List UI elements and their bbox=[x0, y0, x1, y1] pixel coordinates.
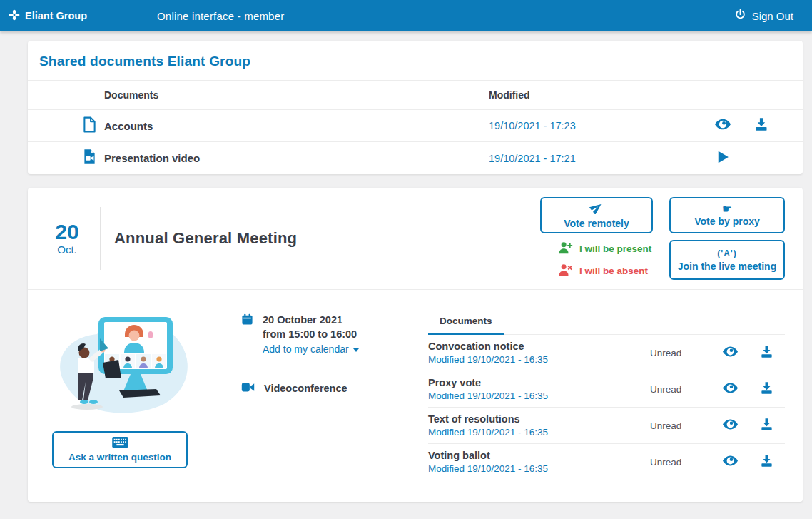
join-live-meeting-button[interactable]: ('A') Join the live meeting bbox=[669, 240, 785, 280]
document-name: Accounts bbox=[104, 120, 489, 132]
date-time-detail: 20 October 2021 from 15:00 to 16:00 Add … bbox=[241, 313, 428, 355]
meeting-left-column: Ask a written question bbox=[46, 307, 219, 480]
person-plus-icon bbox=[558, 241, 573, 257]
meeting-date-text: 20 October 2021 bbox=[263, 313, 359, 327]
meeting-time-text: from 15:00 to 16:00 bbox=[263, 327, 359, 341]
meeting-date-badge: 20 Oct. bbox=[48, 221, 86, 256]
document-modified-date: 19/10/2021 - 17:21 bbox=[489, 153, 705, 164]
view-document-button[interactable] bbox=[705, 110, 741, 141]
videoconference-detail: Videoconference bbox=[241, 381, 428, 395]
chevron-down-icon bbox=[353, 348, 359, 352]
person-x-icon bbox=[558, 263, 573, 279]
clover-logo-icon bbox=[9, 9, 20, 23]
status-badge: Unread bbox=[650, 420, 713, 431]
list-item: Voting ballot Modified 19/10/2021 - 16:3… bbox=[428, 444, 785, 480]
table-row: Accounts 19/10/2021 - 17:23 bbox=[28, 110, 803, 142]
meeting-document-name: Proxy vote bbox=[428, 377, 650, 388]
column-header-modified: Modified bbox=[489, 89, 705, 101]
status-badge: Unread bbox=[650, 384, 713, 395]
meeting-mode-label: Videoconference bbox=[264, 381, 347, 395]
meeting-card-body: Ask a written question 20 October 2021 f… bbox=[28, 290, 803, 480]
page-title: Online interface - member bbox=[157, 10, 284, 22]
column-header-documents: Documents bbox=[104, 89, 489, 101]
list-item: Convocation notice Modified 19/10/2021 -… bbox=[428, 335, 785, 371]
eye-icon bbox=[723, 455, 738, 469]
view-document-button[interactable] bbox=[713, 444, 748, 480]
video-camera-icon bbox=[241, 381, 255, 395]
meeting-card: 20 Oct. Annual General Meeting Vote remo… bbox=[28, 188, 803, 502]
vote-remotely-label: Vote remotely bbox=[564, 218, 629, 229]
vote-by-proxy-label: Vote by proxy bbox=[694, 216, 760, 227]
download-icon bbox=[760, 345, 773, 361]
meeting-document-modified: Modified 19/10/2021 - 16:35 bbox=[428, 463, 650, 474]
download-document-button[interactable] bbox=[741, 110, 781, 141]
meeting-title: Annual General Meeting bbox=[114, 229, 297, 248]
live-broadcast-icon: ('A') bbox=[717, 248, 736, 259]
vertical-divider bbox=[100, 207, 101, 270]
meeting-document-name: Convocation notice bbox=[428, 341, 650, 352]
download-icon bbox=[760, 381, 773, 398]
ask-written-question-button[interactable]: Ask a written question bbox=[52, 431, 188, 468]
vote-remotely-button[interactable]: Vote remotely bbox=[540, 197, 653, 233]
meeting-day: 20 bbox=[48, 221, 86, 243]
add-to-calendar-label: Add to my calendar bbox=[263, 343, 349, 355]
document-modified-date: 19/10/2021 - 17:23 bbox=[489, 120, 705, 131]
eye-icon bbox=[723, 419, 738, 433]
list-item: Proxy vote Modified 19/10/2021 - 16:35 U… bbox=[428, 371, 785, 408]
download-icon bbox=[754, 117, 768, 134]
tab-documents[interactable]: Documents bbox=[428, 307, 504, 335]
shared-documents-title: Shared documents Eliant Group bbox=[28, 41, 803, 81]
eye-icon bbox=[715, 119, 731, 133]
sign-out-button[interactable]: Sign Out bbox=[734, 9, 793, 23]
view-document-button[interactable] bbox=[713, 371, 748, 407]
meeting-document-modified: Modified 19/10/2021 - 16:35 bbox=[428, 354, 650, 365]
play-icon bbox=[716, 150, 730, 167]
add-to-calendar-link[interactable]: Add to my calendar bbox=[263, 343, 359, 355]
video-file-icon bbox=[83, 148, 96, 168]
file-document-icon bbox=[83, 116, 96, 136]
shared-documents-header-row: Documents Modified bbox=[28, 81, 803, 110]
download-document-button[interactable] bbox=[748, 444, 785, 480]
meeting-month: Oct. bbox=[48, 243, 86, 256]
present-label: I will be present bbox=[579, 243, 651, 254]
status-badge: Unread bbox=[650, 457, 713, 468]
meeting-document-modified: Modified 19/10/2021 - 16:35 bbox=[428, 390, 650, 401]
videoconference-illustration bbox=[44, 307, 219, 421]
join-live-label: Join the live meeting bbox=[678, 261, 776, 272]
meeting-card-header: 20 Oct. Annual General Meeting Vote remo… bbox=[28, 188, 803, 290]
eye-icon bbox=[723, 346, 738, 360]
eye-icon bbox=[723, 383, 738, 396]
ask-question-label: Ask a written question bbox=[68, 452, 171, 463]
play-video-button[interactable] bbox=[705, 142, 741, 174]
calendar-icon bbox=[241, 313, 253, 355]
download-document-button[interactable] bbox=[748, 408, 785, 443]
meeting-document-name: Voting ballot bbox=[428, 450, 650, 461]
download-icon bbox=[760, 454, 773, 470]
download-document-button[interactable] bbox=[748, 371, 785, 407]
brand-logo-link[interactable]: Eliant Group bbox=[9, 9, 87, 23]
documents-tab-bar: Documents bbox=[428, 307, 785, 335]
status-badge: Unread bbox=[650, 348, 713, 358]
top-navigation-bar: Eliant Group Online interface - member S… bbox=[0, 0, 812, 31]
pointing-hand-icon: ☛ bbox=[722, 204, 731, 214]
i-will-be-absent-option[interactable]: I will be absent bbox=[558, 263, 653, 279]
document-name: Presentation video bbox=[104, 152, 489, 164]
power-icon bbox=[734, 9, 746, 23]
sign-out-label: Sign Out bbox=[752, 10, 793, 22]
meeting-documents-panel: Documents Convocation notice Modified 19… bbox=[428, 307, 785, 480]
paper-plane-icon bbox=[589, 201, 604, 216]
vote-by-proxy-button[interactable]: ☛ Vote by proxy bbox=[669, 197, 785, 233]
meeting-actions: Vote remotely ☛ Vote by proxy I will be … bbox=[540, 197, 785, 280]
meeting-document-modified: Modified 19/10/2021 - 16:35 bbox=[428, 427, 650, 438]
keyboard-icon bbox=[112, 437, 128, 450]
download-icon bbox=[760, 418, 773, 434]
i-will-be-present-option[interactable]: I will be present bbox=[558, 241, 653, 257]
brand-name: Eliant Group bbox=[25, 10, 87, 21]
view-document-button[interactable] bbox=[713, 335, 748, 371]
view-document-button[interactable] bbox=[713, 408, 748, 443]
table-row: Presentation video 19/10/2021 - 17:21 bbox=[28, 142, 803, 174]
download-document-button[interactable] bbox=[748, 335, 785, 371]
meeting-document-name: Text of resolutions bbox=[428, 413, 650, 425]
absent-label: I will be absent bbox=[579, 266, 648, 276]
meeting-details-column: 20 October 2021 from 15:00 to 16:00 Add … bbox=[219, 307, 428, 480]
